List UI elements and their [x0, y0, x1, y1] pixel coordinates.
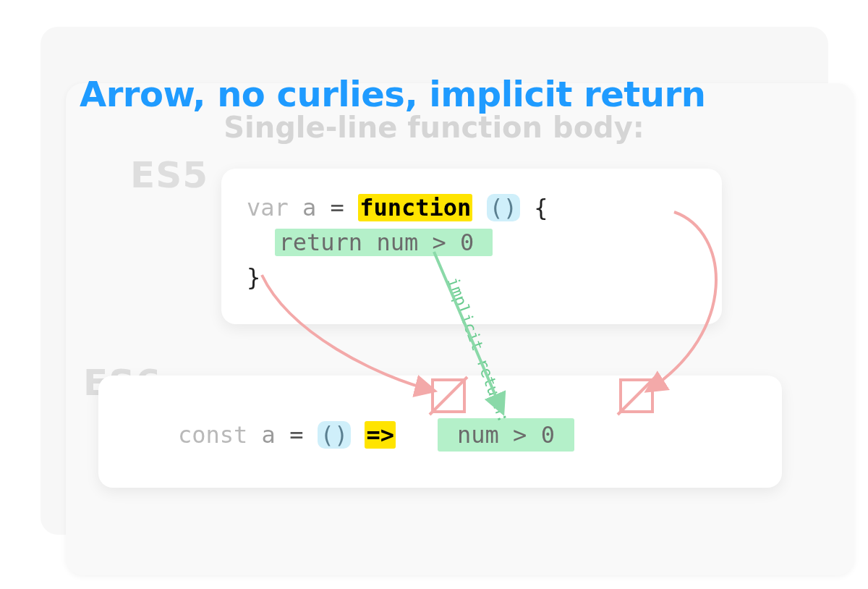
es5-code-card: var a = function () { return num > 0 } — [221, 169, 722, 324]
es6-code-card: const a = () => num > 0 — [98, 376, 782, 488]
es6-id: a — [262, 421, 276, 449]
kw-var: var — [247, 194, 289, 221]
es5-brace-open: { — [534, 194, 548, 221]
es5-brace-close: } — [247, 263, 260, 291]
slide-subtitle: Single-line function body: — [0, 111, 868, 144]
es5-paren: () — [487, 194, 521, 221]
es5-return-line: return num > 0 — [275, 229, 493, 256]
es5-eq: = — [331, 194, 344, 221]
es6-arrow: => — [365, 421, 396, 449]
es5-label: ES5 — [130, 154, 208, 196]
slide-title: Arrow, no curlies, implicit return — [80, 74, 705, 114]
es6-paren: () — [318, 421, 352, 449]
kw-const: const — [178, 421, 247, 449]
es6-code: const a = () => num > 0 — [178, 418, 574, 452]
kw-function: function — [358, 194, 472, 221]
es6-expr: num > 0 — [438, 418, 574, 452]
es5-code: var a = function () { return num > 0 } — [247, 190, 548, 294]
es5-id: a — [302, 194, 316, 221]
es6-eq: = — [289, 421, 303, 449]
